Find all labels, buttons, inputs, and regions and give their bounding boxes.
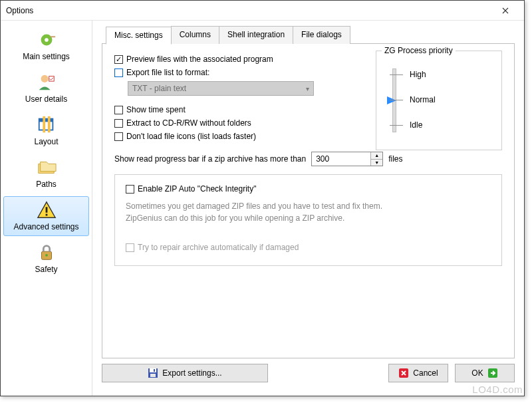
ok-button[interactable]: OK xyxy=(455,364,515,382)
button-label: OK xyxy=(471,368,483,378)
button-label: Export settings... xyxy=(162,368,221,378)
svg-point-1 xyxy=(45,38,49,42)
cancel-icon xyxy=(398,368,409,378)
checkbox-box xyxy=(114,68,123,77)
tabstrip: Misc. settings Columns Shell integration… xyxy=(106,26,515,44)
sidebar-item-user-details[interactable]: User details xyxy=(3,68,89,108)
svg-point-3 xyxy=(41,75,48,82)
svg-rect-15 xyxy=(150,374,156,377)
svg-rect-7 xyxy=(43,116,45,132)
checkbox-label: Try to repair archive automatically if d… xyxy=(138,243,299,252)
checkbox-export-filelist[interactable]: Export file list to format: xyxy=(114,68,209,77)
sidebar-item-layout[interactable]: Layout xyxy=(3,111,89,151)
svg-rect-9 xyxy=(45,207,47,212)
tick-mark xyxy=(390,125,403,126)
checkbox-enable-integrity[interactable]: Enable ZIP Auto "Check Integrity" xyxy=(126,184,491,194)
format-combo[interactable]: TXT - plain text ▾ xyxy=(128,81,314,96)
checkbox-preview-files[interactable]: ✓ Preview files with the associated prog… xyxy=(114,55,273,64)
dialog-button-row: Export settings... Cancel OK xyxy=(102,358,515,390)
priority-normal[interactable]: Normal xyxy=(390,95,493,104)
checkbox-extract-cd[interactable]: Extract to CD-R/RW without folders xyxy=(114,118,251,128)
checkbox-box xyxy=(114,119,123,128)
checkbox-box xyxy=(126,243,134,252)
progress-threshold-input[interactable] xyxy=(312,152,370,166)
folder-icon xyxy=(36,157,57,178)
checkbox-label: Don't load file icons (list loads faster… xyxy=(126,132,256,141)
checkbox-label: Enable ZIP Auto "Check Integrity" xyxy=(138,184,256,194)
chevron-down-icon: ▾ xyxy=(306,85,309,92)
svg-rect-10 xyxy=(45,214,47,216)
ok-arrow-icon xyxy=(487,368,498,378)
lock-icon xyxy=(36,242,57,263)
save-icon xyxy=(148,368,158,378)
checkbox-show-time[interactable]: Show time spent xyxy=(114,105,186,114)
content-area: Main settings User details Layout Paths xyxy=(1,21,524,396)
combo-value: TXT - plain text xyxy=(132,84,186,93)
sidebar-item-advanced-settings[interactable]: Advanced settings xyxy=(3,196,89,236)
sidebar-item-label: Main settings xyxy=(23,52,70,61)
svg-point-12 xyxy=(45,254,48,257)
checkbox-auto-repair: Try to repair archive automatically if d… xyxy=(126,243,299,252)
checkbox-no-icons[interactable]: Don't load file icons (list loads faster… xyxy=(114,132,256,141)
priority-idle[interactable]: Idle xyxy=(390,120,493,130)
checkbox-box: ✓ xyxy=(114,55,123,64)
tab-panel-misc: ZG Process priority High Normal xyxy=(102,43,515,358)
checkbox-label: Export file list to format: xyxy=(126,68,209,77)
options-window: Options Main settings User details xyxy=(0,0,525,396)
progress-threshold-spinner[interactable]: ▲ ▼ xyxy=(311,152,383,166)
sidebar-item-main-settings[interactable]: Main settings xyxy=(3,26,89,66)
checkbox-box xyxy=(114,132,123,141)
tab-shell-integration[interactable]: Shell integration xyxy=(219,26,293,44)
spinner-up[interactable]: ▲ xyxy=(371,152,382,160)
tab-misc-settings[interactable]: Misc. settings xyxy=(106,27,172,45)
svg-rect-16 xyxy=(154,369,155,372)
checkbox-label: Preview files with the associated progra… xyxy=(126,55,273,64)
checkbox-label: Show time spent xyxy=(126,105,186,114)
svg-rect-2 xyxy=(50,36,55,37)
svg-rect-6 xyxy=(39,119,53,122)
export-settings-button[interactable]: Export settings... xyxy=(102,364,268,382)
checkbox-box xyxy=(126,185,134,194)
warning-icon xyxy=(36,200,57,221)
spinner-down[interactable]: ▼ xyxy=(371,160,382,166)
main-panel: Misc. settings Columns Shell integration… xyxy=(92,21,524,396)
layout-icon xyxy=(36,114,57,136)
checkbox-box xyxy=(114,106,123,114)
tick-mark xyxy=(390,100,403,100)
window-title: Options xyxy=(6,6,492,15)
sidebar: Main settings User details Layout Paths xyxy=(1,21,92,396)
checkbox-label: Extract to CD-R/RW without folders xyxy=(126,118,251,128)
sidebar-item-label: User details xyxy=(25,94,67,104)
priority-fieldset: ZG Process priority High Normal xyxy=(376,51,502,150)
user-icon xyxy=(36,72,57,93)
priority-label: Idle xyxy=(410,120,422,130)
gear-icon xyxy=(36,29,57,51)
cancel-button[interactable]: Cancel xyxy=(388,364,448,382)
close-icon xyxy=(502,7,509,14)
close-button[interactable] xyxy=(492,1,519,20)
sidebar-item-safety[interactable]: Safety xyxy=(3,239,89,279)
priority-slider-thumb[interactable] xyxy=(387,96,396,104)
progress-threshold-row: Show read progress bar if a zip archive … xyxy=(114,152,502,166)
sidebar-item-label: Safety xyxy=(35,265,57,274)
tab-file-dialogs[interactable]: File dialogs xyxy=(293,26,350,44)
tick-mark xyxy=(390,74,403,75)
titlebar: Options xyxy=(1,1,524,21)
sidebar-item-label: Paths xyxy=(36,180,57,189)
priority-label: High xyxy=(410,70,426,79)
integrity-panel: Enable ZIP Auto "Check Integrity" Someti… xyxy=(114,174,502,266)
integrity-description: Sometimes you get damaged ZIP files and … xyxy=(126,200,491,224)
progress-label-post: files xyxy=(388,154,402,164)
sidebar-item-paths[interactable]: Paths xyxy=(3,154,89,194)
sidebar-item-label: Layout xyxy=(34,137,58,146)
tab-columns[interactable]: Columns xyxy=(171,26,219,44)
priority-label: Normal xyxy=(410,95,436,104)
svg-rect-14 xyxy=(150,368,156,372)
progress-label-pre: Show read progress bar if a zip archive … xyxy=(114,154,306,164)
svg-rect-8 xyxy=(47,116,50,132)
priority-legend: ZG Process priority xyxy=(382,46,456,55)
sidebar-item-label: Advanced settings xyxy=(13,222,78,231)
priority-high[interactable]: High xyxy=(390,70,493,79)
button-label: Cancel xyxy=(413,368,438,378)
